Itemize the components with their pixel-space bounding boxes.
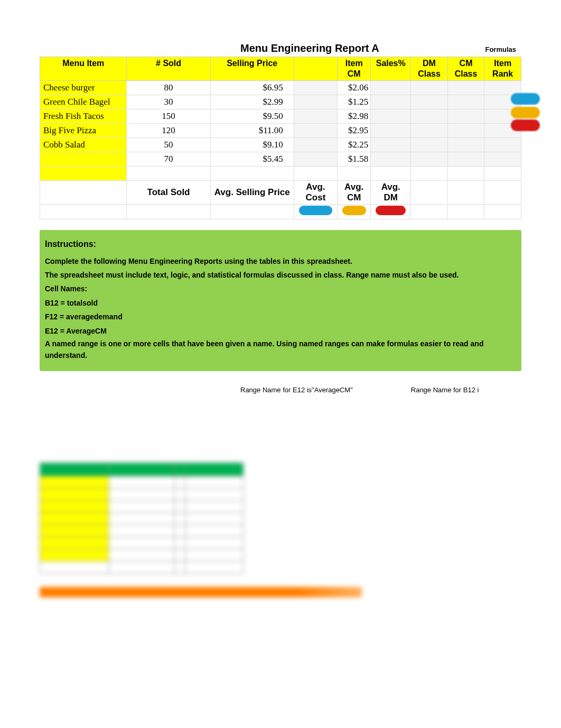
th-price: Selling Price: [210, 57, 294, 81]
cell-price: $6.95: [210, 81, 294, 95]
label-total-sold: Total Sold: [127, 181, 210, 205]
th-menu-item: Menu Item: [40, 57, 127, 81]
cell-sold: 120: [127, 124, 210, 138]
th-cm-class: CM Class: [447, 57, 484, 81]
cell-cost: [294, 81, 337, 95]
instructions-named-range: A named range is one or more cells that …: [45, 338, 516, 362]
cell-dm-class: [411, 81, 448, 95]
legend-pill-blue: [511, 93, 540, 105]
range-note-e12: Range Name for E12 is"AverageCM": [240, 386, 353, 394]
cell-item-rank: [484, 152, 521, 167]
instructions-e12: E12 = AverageCM: [45, 325, 516, 337]
label-avg-cm: Avg. CM: [338, 181, 371, 205]
cell-menu-item: Big Five Pizza: [40, 124, 127, 138]
page-title: Menu Engineering Report A: [240, 42, 379, 54]
cell-item-rank: [484, 138, 521, 152]
cell-item-cm: $2.98: [338, 109, 371, 124]
th-sold: # Sold: [127, 57, 210, 81]
cell-price: $11.00: [210, 124, 294, 138]
table-row: Big Five Pizza120$11.00$2.95: [40, 124, 521, 138]
th-item-cm: Item CM: [338, 57, 371, 81]
pill-avg-cm: [342, 206, 366, 215]
th-dm-class: DM Class: [411, 57, 448, 81]
th-sales-pct: Sales%: [371, 57, 411, 81]
legend-pill-red: [511, 119, 540, 131]
cell-sales-pct: [371, 124, 411, 138]
cell-dm-class: [411, 152, 448, 167]
cell-dm-class: [411, 138, 448, 152]
table-row: Green Chile Bagel30$2.99$1.25: [40, 95, 521, 109]
cell-sold: 150: [127, 109, 210, 124]
table-row: Cobb Salad50$9.10$2.25: [40, 138, 521, 152]
cell-menu-item: Green Chile Bagel: [40, 95, 127, 109]
cell-sales-pct: [371, 109, 411, 124]
cell-item-cm: $2.95: [338, 124, 371, 138]
cell-sold: 70: [127, 152, 210, 167]
label-avg-price: Avg. Selling Price: [210, 181, 294, 205]
cell-sales-pct: [371, 81, 411, 95]
cell-dm-class: [411, 109, 448, 124]
cell-cost: [294, 124, 337, 138]
th-cost: [294, 57, 337, 81]
questions-preview: [40, 605, 521, 728]
cell-cm-class: [447, 138, 484, 152]
instructions-f12: F12 = averagedemand: [45, 311, 516, 322]
cell-sales-pct: [371, 138, 411, 152]
formulas-label: Formulas: [485, 45, 516, 53]
cell-item-cm: $2.25: [338, 138, 371, 152]
range-note-b12: Range Name for B12 i: [411, 386, 479, 394]
cell-cm-class: [447, 81, 484, 95]
cell-menu-item: Cobb Salad: [40, 138, 127, 152]
cell-cost: [294, 109, 337, 124]
pill-avg-cost: [299, 206, 332, 215]
instructions-heading: Instructions:: [45, 237, 516, 251]
cell-sales-pct: [371, 152, 411, 167]
cell-cm-class: [447, 124, 484, 138]
legend-pill-yellow: [511, 107, 540, 118]
questions-header-bar: [40, 587, 362, 597]
instructions-panel: Instructions: Complete the following Men…: [40, 230, 521, 371]
instructions-b12: B12 = totalsold: [45, 297, 516, 309]
cell-menu-item: [40, 152, 127, 167]
cell-item-cm: $1.25: [338, 95, 371, 109]
cell-sold: 80: [127, 81, 210, 95]
cell-sold: 50: [127, 138, 210, 152]
cell-price: $5.45: [210, 152, 294, 167]
table-row: 70$5.45$1.58: [40, 152, 521, 167]
label-avg-cost: Avg. Cost: [294, 181, 337, 205]
cell-item-cm: $1.58: [338, 152, 371, 167]
cell-price: $9.50: [210, 109, 294, 124]
cell-dm-class: [411, 95, 448, 109]
cell-cost: [294, 95, 337, 109]
cell-cm-class: [447, 95, 484, 109]
cell-sold: 30: [127, 95, 210, 109]
table-row: Cheese burger80$6.95$2.06: [40, 81, 521, 95]
cell-price: $9.10: [210, 138, 294, 152]
instructions-line1: Complete the following Menu Engineering …: [45, 255, 516, 267]
cell-dm-class: [411, 124, 448, 138]
instructions-cell-names: Cell Names:: [45, 283, 516, 294]
cell-cost: [294, 152, 337, 167]
menu-engineering-table: Menu Item # Sold Selling Price Item CM S…: [40, 57, 521, 219]
cell-menu-item: Cheese burger: [40, 81, 127, 95]
pill-avg-dm: [376, 206, 406, 215]
cell-item-cm: $2.06: [338, 81, 371, 95]
report-b-preview: [40, 463, 521, 574]
cell-cm-class: [447, 109, 484, 124]
cell-cost: [294, 138, 337, 152]
table-row: Fresh Fish Tacos150$9.50$2.98: [40, 109, 521, 124]
cell-cm-class: [447, 152, 484, 167]
cell-menu-item: Fresh Fish Tacos: [40, 109, 127, 124]
cell-sales-pct: [371, 95, 411, 109]
th-item-rank: Item Rank: [484, 57, 521, 81]
label-avg-dm: Avg. DM: [371, 181, 411, 205]
instructions-line2: The spreadsheet must include text, logic…: [45, 269, 516, 281]
cell-price: $2.99: [210, 95, 294, 109]
